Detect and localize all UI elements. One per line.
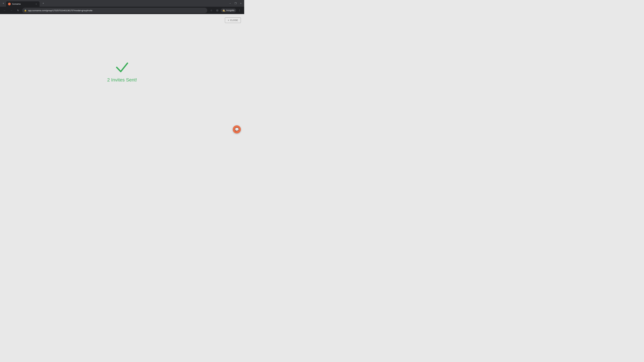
new-tab-button[interactable]: +	[41, 1, 46, 6]
bookmark-button[interactable]: ☆	[209, 8, 214, 13]
close-label: CLOSE	[230, 19, 238, 21]
forward-icon: →	[10, 9, 12, 12]
incognito-badge[interactable]: 🕵 Incognito	[221, 8, 236, 12]
checkmark-icon	[116, 61, 129, 73]
tab-title: Sunsama	[12, 3, 34, 5]
window-close-button[interactable]: ×	[239, 1, 243, 5]
tab-close-button[interactable]: ×	[35, 3, 38, 5]
url-bar[interactable]: 🔒 app.sunsama.com/group/1702570104013617…	[22, 8, 207, 13]
url-text: app.sunsama.com/group/17025701040136170?…	[28, 9, 205, 12]
success-message: 2 Invites Sent!	[107, 77, 137, 83]
active-tab[interactable]: Sunsama ×	[6, 1, 40, 7]
side-panel-button[interactable]: ⊡	[215, 8, 220, 13]
window-close-icon: ×	[240, 2, 242, 5]
new-tab-icon: +	[42, 2, 44, 5]
lock-icon: 🔒	[24, 9, 27, 11]
maximize-icon: ❐	[234, 2, 237, 5]
incognito-label: Incognito	[226, 9, 234, 11]
chat-widget-button[interactable]: 💬	[233, 125, 241, 133]
tab-close-icon: ×	[36, 3, 37, 5]
incognito-icon: 🕵	[222, 9, 225, 12]
tab-favicon	[8, 3, 11, 5]
minimize-button[interactable]: −	[228, 1, 232, 5]
more-button[interactable]: ⋮	[237, 8, 242, 13]
reload-icon: ↻	[17, 9, 19, 12]
tab-bar: ▾ Sunsama × + − ❐ ×	[0, 0, 244, 7]
chat-icon: 💬	[235, 127, 239, 131]
bookmark-icon: ☆	[210, 9, 212, 12]
address-bar-actions: ☆ ⊡ 🕵 Incognito ⋮	[209, 8, 242, 13]
minimize-icon: −	[230, 2, 231, 5]
browser-chrome: ▾ Sunsama × + − ❐ ×	[0, 0, 244, 14]
reload-button[interactable]: ↻	[16, 8, 21, 13]
success-content: 2 Invites Sent!	[107, 61, 137, 83]
tab-dropdown-button[interactable]: ▾	[1, 1, 5, 5]
close-button[interactable]: × CLOSE	[225, 17, 241, 23]
forward-button[interactable]: →	[9, 8, 14, 13]
back-button[interactable]: ←	[2, 8, 8, 13]
more-icon: ⋮	[238, 9, 241, 12]
back-icon: ←	[4, 9, 6, 12]
dropdown-arrow-icon: ▾	[3, 2, 4, 4]
page-content: × CLOSE 2 Invites Sent! 💬	[0, 14, 244, 137]
tab-bar-left: ▾	[1, 1, 5, 5]
close-x-icon: ×	[228, 19, 229, 21]
maximize-button[interactable]: ❐	[234, 1, 238, 5]
side-panel-icon: ⊡	[216, 9, 218, 12]
window-controls: − ❐ ×	[228, 1, 243, 5]
address-bar: ← → ↻ 🔒 app.sunsama.com/group/1702570104…	[0, 7, 244, 14]
